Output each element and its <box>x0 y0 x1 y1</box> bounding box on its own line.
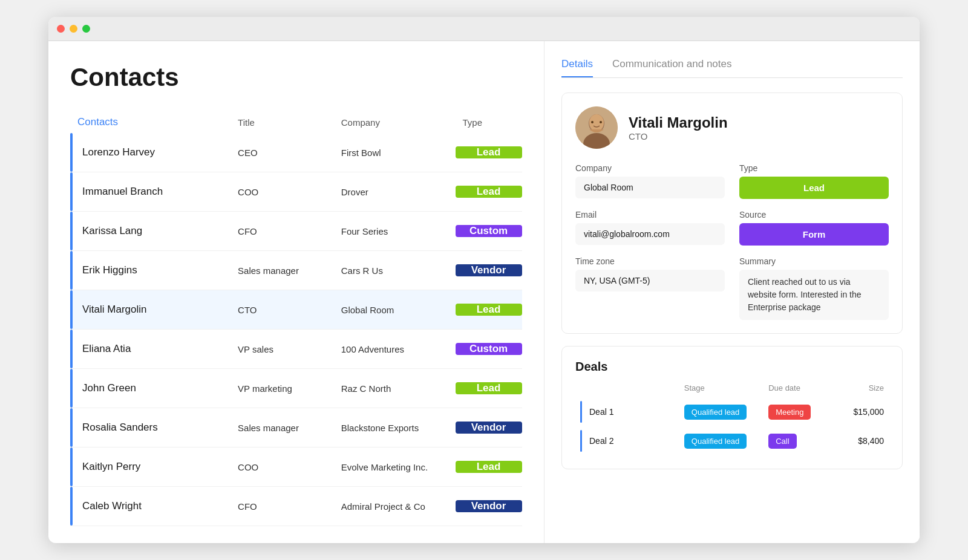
contact-name-cell: Vitali Margolin <box>73 290 231 329</box>
type-badge: Lead <box>739 177 889 199</box>
right-panel: Details Communication and notes <box>544 41 920 543</box>
detail-tabs: Details Communication and notes <box>561 58 903 78</box>
contact-name-cell: John Green <box>73 369 231 408</box>
contact-type-badge: Lead <box>456 146 522 158</box>
contacts-table: Contacts Title Company Type Lorenzo Harv… <box>70 111 522 526</box>
table-row[interactable]: Vitali Margolin CTO Global Room Lead <box>70 290 522 330</box>
deal-stage-col: Stage <box>679 383 764 397</box>
contact-type-badge: Custom <box>456 225 522 237</box>
contact-name-cell: Lorenzo Harvey <box>73 133 231 172</box>
contact-company-cell: 100 Adventures <box>334 344 455 354</box>
col-company: Company <box>334 111 456 133</box>
deal-name: Deal 2 <box>589 436 613 446</box>
contact-role: CTO <box>629 131 728 142</box>
contact-name-cell: Immanuel Branch <box>73 172 231 211</box>
avatar <box>575 106 618 149</box>
tab-communication[interactable]: Communication and notes <box>612 58 732 77</box>
summary-field: Summary Client reached out to us via web… <box>739 256 889 320</box>
table-row[interactable]: Eliana Atia VP sales 100 Adventures Cust… <box>70 330 522 369</box>
contact-name-cell: Kaitlyn Perry <box>73 448 231 486</box>
contact-company-cell: Admiral Project & Co <box>334 501 455 512</box>
type-label: Type <box>739 163 889 173</box>
contact-type-badge: Vendor <box>456 500 522 512</box>
contact-header: Vitali Margolin CTO <box>575 106 889 149</box>
company-field: Company Global Room <box>575 163 725 199</box>
content-area: Contacts Contacts Title Company Type Lor… <box>48 41 920 543</box>
table-row[interactable]: Rosalia Sanders Sales manager Blackstone… <box>70 408 522 448</box>
table-row[interactable]: Karissa Lang CFO Four Series Custom <box>70 212 522 251</box>
summary-label: Summary <box>739 256 889 266</box>
contact-title-cell: CFO <box>231 501 333 512</box>
col-title: Title <box>231 111 334 133</box>
contact-title-cell: COO <box>231 187 333 197</box>
svg-point-5 <box>600 121 602 123</box>
contact-company-cell: First Bowl <box>334 148 455 158</box>
page-title: Contacts <box>70 63 522 92</box>
email-label: Email <box>575 210 725 220</box>
deal-duedate-col: Due date <box>764 383 834 397</box>
col-type: Type <box>456 111 522 133</box>
col-contacts: Contacts <box>70 111 231 133</box>
contact-type-badge: Lead <box>456 461 522 473</box>
deal-row: Deal 2 Qualified lead Call $8,400 <box>575 426 889 455</box>
table-row[interactable]: Erik Higgins Sales manager Cars R Us Ven… <box>70 251 522 290</box>
contact-company-cell: Global Room <box>334 305 455 315</box>
table-row[interactable]: Lorenzo Harvey CEO First Bowl Lead <box>70 133 522 172</box>
deal-stage-badge: Qualified lead <box>684 405 747 420</box>
contact-type-badge: Vendor <box>456 422 522 434</box>
company-value: Global Room <box>575 177 725 198</box>
deal-border-indicator <box>580 430 582 452</box>
contact-title-cell: Sales manager <box>231 265 333 276</box>
deal-size-col: Size <box>834 383 889 397</box>
contact-title-cell: CEO <box>231 148 333 158</box>
timezone-field: Time zone NY, USA (GMT-5) <box>575 256 725 320</box>
tab-details[interactable]: Details <box>561 58 593 77</box>
deal-row: Deal 1 Qualified lead Meeting $15,000 <box>575 397 889 426</box>
contact-detail-card: Vitali Margolin CTO Company Global Room … <box>561 93 903 334</box>
contact-type-badge: Lead <box>456 382 522 394</box>
left-panel: Contacts Contacts Title Company Type Lor… <box>48 41 544 543</box>
table-row[interactable]: Caleb Wright CFO Admiral Project & Co Ve… <box>70 487 522 526</box>
company-label: Company <box>575 163 725 173</box>
deal-name: Deal 1 <box>589 407 613 417</box>
maximize-button[interactable] <box>82 25 90 33</box>
deal-stage-badge: Qualified lead <box>684 434 747 449</box>
timezone-value: NY, USA (GMT-5) <box>575 270 725 291</box>
contact-company-cell: Evolve Marketing Inc. <box>334 462 455 472</box>
contact-title-cell: VP marketing <box>231 383 333 394</box>
summary-value: Client reached out to us via website for… <box>739 270 889 320</box>
contact-type-badge: Lead <box>456 304 522 316</box>
deals-card: Deals Stage Due date Size D <box>561 346 903 469</box>
source-badge: Form <box>739 223 889 246</box>
table-row[interactable]: Immanuel Branch COO Drover Lead <box>70 172 522 212</box>
deal-name-col <box>575 383 679 397</box>
contact-name-block: Vitali Margolin CTO <box>629 114 728 142</box>
close-button[interactable] <box>57 25 65 33</box>
contact-title-cell: Sales manager <box>231 423 333 433</box>
table-row[interactable]: Kaitlyn Perry COO Evolve Marketing Inc. … <box>70 448 522 487</box>
contact-type-badge: Custom <box>456 343 522 355</box>
contact-name-cell: Karissa Lang <box>73 212 231 250</box>
deal-duedate-badge: Call <box>768 434 796 449</box>
contact-title-cell: VP sales <box>231 344 333 354</box>
contact-name-cell: Erik Higgins <box>73 251 231 290</box>
table-row[interactable]: John Green VP marketing Raz C North Lead <box>70 369 522 408</box>
contact-company-cell: Blackstone Exports <box>334 423 455 433</box>
contact-title-cell: CFO <box>231 226 333 236</box>
email-value: vitali@globalroom.com <box>575 223 725 245</box>
contact-name: Vitali Margolin <box>629 114 728 131</box>
source-field: Source Form <box>739 210 889 246</box>
type-field: Type Lead <box>739 163 889 199</box>
title-bar <box>48 17 920 41</box>
source-label: Source <box>739 210 889 220</box>
deal-size-value: $8,400 <box>858 436 884 446</box>
detail-grid: Company Global Room Type Lead Email vita… <box>575 163 889 320</box>
contact-title-cell: CTO <box>231 305 333 315</box>
contact-company-cell: Four Series <box>334 226 455 236</box>
contact-name-cell: Rosalia Sanders <box>73 408 231 447</box>
minimize-button[interactable] <box>70 25 77 33</box>
email-field: Email vitali@globalroom.com <box>575 210 725 246</box>
contact-title-cell: COO <box>231 462 333 472</box>
contact-company-cell: Raz C North <box>334 383 455 394</box>
svg-point-4 <box>591 121 594 123</box>
